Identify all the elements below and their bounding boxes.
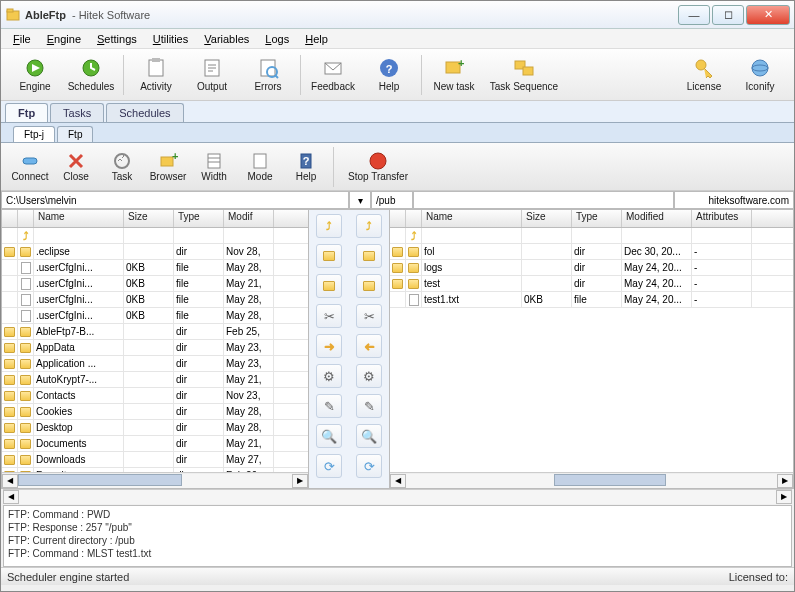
up-folder-icon-r[interactable]: ⤴ [356, 214, 382, 238]
table-row[interactable]: DocumentsdirMay 21, [2, 436, 308, 452]
table-row[interactable]: CookiesdirMay 28, [2, 404, 308, 420]
width-button[interactable]: Width [191, 151, 237, 182]
close-button2[interactable]: Close [53, 151, 99, 182]
minimize-button[interactable]: — [678, 5, 710, 25]
close-button[interactable]: ✕ [746, 5, 790, 25]
tasksequence-button[interactable]: Task Sequence [482, 51, 566, 99]
scroll-left-icon[interactable]: ◀ [2, 474, 18, 488]
schedules-button[interactable]: Schedules [63, 51, 119, 99]
edit-icon[interactable]: ✎ [316, 394, 342, 418]
menu-settings[interactable]: Settings [89, 31, 145, 47]
app-title: AbleFtp [25, 9, 66, 21]
table-row[interactable]: AutoKrypt7-...dirMay 21, [2, 372, 308, 388]
table-row[interactable]: .userCfgIni...0KBfileMay 21, [2, 276, 308, 292]
svg-rect-24 [254, 154, 266, 168]
subtab-ftpj[interactable]: Ftp-j [13, 126, 55, 142]
table-row[interactable]: .userCfgIni...0KBfileMay 28, [2, 260, 308, 276]
refresh-icon-r[interactable]: ⟳ [356, 454, 382, 478]
search-icon-r[interactable]: 🔍 [356, 424, 382, 448]
local-grid[interactable]: ⤴.eclipsedirNov 28,.userCfgIni...0KBfile… [2, 228, 308, 472]
newtask-button[interactable]: +New task [426, 51, 482, 99]
tab-schedules[interactable]: Schedules [106, 103, 183, 122]
cut-icon[interactable]: ✂ [316, 304, 342, 328]
task-button[interactable]: Task [99, 151, 145, 182]
help-button2[interactable]: ?Help [283, 151, 329, 182]
table-row[interactable]: testdirMay 24, 20...- [390, 276, 793, 292]
table-row[interactable]: test1.txt0KBfileMay 24, 20...- [390, 292, 793, 308]
menu-utilities[interactable]: Utilities [145, 31, 196, 47]
transfer-left-icon[interactable]: ➜ [356, 334, 382, 358]
file-panes: Name Size Type Modif ⤴.eclipsedirNov 28,… [1, 209, 794, 489]
edit-icon-r[interactable]: ✎ [356, 394, 382, 418]
open-folder-icon[interactable] [316, 244, 342, 268]
table-row[interactable]: ContactsdirNov 23, [2, 388, 308, 404]
iconify-button[interactable]: Iconify [732, 51, 788, 99]
settings-icon-r[interactable]: ⚙ [356, 364, 382, 388]
stop-transfer-button[interactable]: Stop Transfer [338, 151, 418, 182]
svg-rect-5 [152, 58, 160, 62]
table-row[interactable]: .userCfgIni...0KBfileMay 28, [2, 292, 308, 308]
scroll-right-icon-r[interactable]: ▶ [777, 474, 793, 488]
new-folder-icon-r[interactable] [356, 274, 382, 298]
refresh-icon[interactable]: ⟳ [316, 454, 342, 478]
engine-button[interactable]: Engine [7, 51, 63, 99]
col-size[interactable]: Size [124, 210, 174, 227]
menu-help[interactable]: Help [297, 31, 336, 47]
activity-button[interactable]: Activity [128, 51, 184, 99]
table-row[interactable]: ⤴ [2, 228, 308, 244]
col-attributes[interactable]: Attributes [692, 210, 752, 227]
menu-engine[interactable]: Engine [39, 31, 89, 47]
table-row[interactable]: Application ...dirMay 23, [2, 356, 308, 372]
table-row[interactable]: foldirDec 30, 20...- [390, 244, 793, 260]
table-row[interactable]: FavoritesdirFeb 26, [2, 468, 308, 472]
table-row[interactable]: DesktopdirMay 28, [2, 420, 308, 436]
table-row[interactable]: AppDatadirMay 23, [2, 340, 308, 356]
menu-variables[interactable]: Variables [196, 31, 257, 47]
local-path[interactable]: C:\Users\melvin [1, 191, 349, 209]
svg-point-17 [752, 60, 768, 76]
scroll-right-icon[interactable]: ▶ [292, 474, 308, 488]
col-type[interactable]: Type [174, 210, 224, 227]
remote-hscroll[interactable]: ◀ ▶ [390, 472, 793, 488]
local-path-dropdown[interactable]: ▾ [349, 191, 371, 209]
search-icon[interactable]: 🔍 [316, 424, 342, 448]
tab-tasks[interactable]: Tasks [50, 103, 104, 122]
open-folder-icon-r[interactable] [356, 244, 382, 268]
scroll-left-icon-r[interactable]: ◀ [390, 474, 406, 488]
col-type-r[interactable]: Type [572, 210, 622, 227]
col-size-r[interactable]: Size [522, 210, 572, 227]
mode-button[interactable]: Mode [237, 151, 283, 182]
table-row[interactable]: DownloadsdirMay 27, [2, 452, 308, 468]
table-row[interactable]: AbleFtp7-B...dirFeb 25, [2, 324, 308, 340]
bottom-scroll[interactable]: ◀▶ [3, 489, 792, 503]
col-modified-r[interactable]: Modified [622, 210, 692, 227]
help-button[interactable]: ?Help [361, 51, 417, 99]
errors-button[interactable]: Errors [240, 51, 296, 99]
table-row[interactable]: .eclipsedirNov 28, [2, 244, 308, 260]
new-folder-icon[interactable] [316, 274, 342, 298]
connect-button[interactable]: Connect [7, 151, 53, 182]
log-panel[interactable]: FTP: Command : PWDFTP: Response : 257 "/… [3, 505, 792, 567]
table-row[interactable]: logsdirMay 24, 20...- [390, 260, 793, 276]
transfer-right-icon[interactable]: ➜ [316, 334, 342, 358]
col-name[interactable]: Name [34, 210, 124, 227]
license-button[interactable]: License [676, 51, 732, 99]
remote-path[interactable]: /pub [371, 191, 413, 209]
table-row[interactable]: .userCfgIni...0KBfileMay 28, [2, 308, 308, 324]
menu-logs[interactable]: Logs [257, 31, 297, 47]
table-row[interactable]: ⤴ [390, 228, 793, 244]
feedback-button[interactable]: Feedback [305, 51, 361, 99]
col-modified[interactable]: Modif [224, 210, 274, 227]
cut-icon-r[interactable]: ✂ [356, 304, 382, 328]
up-folder-icon[interactable]: ⤴ [316, 214, 342, 238]
tab-ftp[interactable]: Ftp [5, 103, 48, 122]
browser-button[interactable]: +Browser [145, 151, 191, 182]
menu-file[interactable]: File [5, 31, 39, 47]
col-name-r[interactable]: Name [422, 210, 522, 227]
maximize-button[interactable]: ◻ [712, 5, 744, 25]
subtab-ftp[interactable]: Ftp [57, 126, 93, 142]
local-hscroll[interactable]: ◀ ▶ [2, 472, 308, 488]
output-button[interactable]: Output [184, 51, 240, 99]
remote-grid[interactable]: ⤴foldirDec 30, 20...-logsdirMay 24, 20..… [390, 228, 793, 472]
settings-icon[interactable]: ⚙ [316, 364, 342, 388]
